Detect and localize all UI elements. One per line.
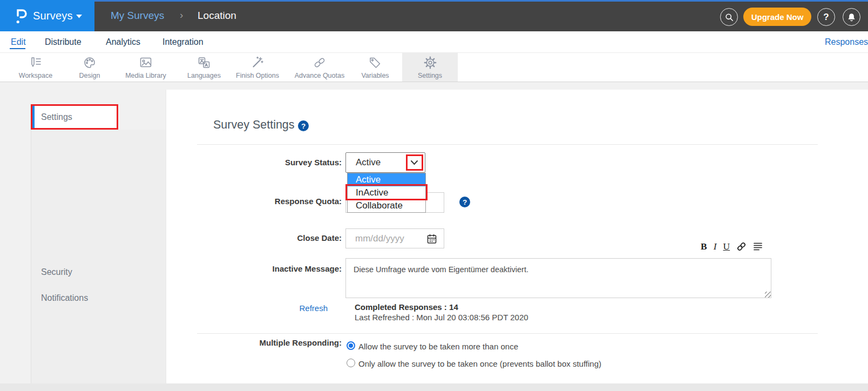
questionpro-settings-page: Surveys My Surveys › Location Upgrade No… xyxy=(0,0,868,391)
calendar-icon[interactable] xyxy=(426,233,437,245)
align-icon[interactable] xyxy=(753,241,763,251)
toolbar-item-label: Settings xyxy=(418,72,442,79)
refresh-link[interactable]: Refresh xyxy=(178,304,328,313)
active-tab-underline xyxy=(10,48,25,49)
multiple-responding-label: Multiple Responding: xyxy=(178,338,342,347)
toolbar-item-design[interactable]: Design xyxy=(63,53,117,82)
tab-analytics[interactable]: Analytics xyxy=(106,31,140,52)
italic-button[interactable]: I xyxy=(714,241,717,252)
search-button[interactable] xyxy=(720,8,738,26)
sidebar-item-label: Settings xyxy=(35,112,72,122)
tab-distribute[interactable]: Distribute xyxy=(45,31,82,52)
help-icon: ? xyxy=(823,12,829,23)
underline-button[interactable]: U xyxy=(723,241,730,252)
product-name: Surveys xyxy=(33,0,73,31)
toolbar-item-workspace[interactable]: Workspace xyxy=(9,53,63,82)
survey-status-label: Survey Status: xyxy=(178,158,342,167)
toolbar-item-label: Media Library xyxy=(125,72,166,79)
close-date-field xyxy=(345,228,444,248)
toolbar-item-finish-options[interactable]: Finish Options xyxy=(228,53,287,82)
top-header-bar: Surveys My Surveys › Location Upgrade No… xyxy=(0,0,868,31)
link-icon[interactable] xyxy=(736,241,747,252)
breadcrumb-separator: › xyxy=(180,0,183,30)
design-icon xyxy=(83,56,97,70)
toolbar-item-variables[interactable]: Variables xyxy=(348,53,402,82)
radio-selected-dot xyxy=(349,343,353,348)
text-editor-toolbar: B I U xyxy=(701,240,763,252)
dropdown-option-inactive[interactable]: InActive xyxy=(348,186,425,199)
chevron-down-icon xyxy=(76,15,82,18)
sidebar-item-notifications[interactable]: Notifications xyxy=(41,293,88,303)
breadcrumb-current-survey: Location xyxy=(198,0,236,31)
settings-icon xyxy=(423,56,437,70)
toolbar-item-label: Advance Quotas xyxy=(295,72,344,79)
radio-allow-multiple-label[interactable]: Allow the survey to be taken more than o… xyxy=(358,342,518,351)
breadcrumb-my-surveys[interactable]: My Surveys xyxy=(111,0,164,31)
product-menu[interactable]: Surveys xyxy=(0,0,94,31)
workspace-icon xyxy=(29,56,43,70)
divider xyxy=(197,333,818,334)
survey-status-value: Active xyxy=(356,153,381,172)
last-refreshed-text: Last Refreshed : Mon Jul 20 03:08:56 PDT… xyxy=(355,313,528,322)
response-quota-help-icon[interactable]: ? xyxy=(459,197,470,207)
sidebar-item-security[interactable]: Security xyxy=(41,267,72,277)
toolbar-item-settings[interactable]: Settings xyxy=(402,53,458,82)
survey-status-select[interactable]: Active xyxy=(345,152,425,173)
finish-options-icon xyxy=(250,56,265,70)
toolbar-item-media-library[interactable]: Media Library xyxy=(116,53,175,82)
help-button[interactable]: ? xyxy=(817,8,835,26)
response-quota-label: Response Quota: xyxy=(178,197,342,206)
radio-only-once[interactable] xyxy=(347,359,355,367)
divider xyxy=(197,144,818,145)
survey-status-dropdown: Active InActive Collaborate xyxy=(347,173,426,213)
dropdown-option-collaborate[interactable]: Collaborate xyxy=(348,199,425,212)
responses-link[interactable]: Responses xyxy=(825,31,868,52)
annotation-box-settings: Settings xyxy=(31,104,118,130)
bold-button[interactable]: B xyxy=(701,241,707,252)
inactive-message-label: Inactive Message: xyxy=(178,264,342,273)
questionpro-logo-icon xyxy=(15,6,28,25)
media-library-icon xyxy=(139,56,153,70)
bell-icon xyxy=(846,12,857,23)
toolbar-item-advance-quotas[interactable]: Advance Quotas xyxy=(287,53,352,82)
toolbar-item-languages[interactable]: Languages xyxy=(177,53,231,82)
settings-sidebar: Security Notifications xyxy=(31,130,166,383)
tab-integration[interactable]: Integration xyxy=(162,31,204,52)
survey-settings-help-icon[interactable]: ? xyxy=(298,120,309,131)
chevron-down-icon xyxy=(411,160,418,165)
variables-icon xyxy=(368,56,382,70)
search-icon xyxy=(724,12,735,23)
notifications-button[interactable] xyxy=(843,8,860,26)
upgrade-now-button[interactable]: Upgrade Now xyxy=(743,8,811,26)
page-title: Survey Settings xyxy=(213,118,295,132)
toolbar-item-label: Finish Options xyxy=(236,72,279,79)
toolbar-item-label: Languages xyxy=(187,72,221,79)
close-date-label: Close Date: xyxy=(178,233,342,242)
radio-allow-multiple[interactable] xyxy=(347,341,355,350)
languages-icon xyxy=(197,56,211,70)
advance-quotas-icon xyxy=(313,56,327,70)
dropdown-option-active[interactable]: Active xyxy=(348,173,425,186)
survey-nav-tabs: Edit Distribute Analytics Integration Re… xyxy=(0,31,868,52)
toolbar-item-label: Workspace xyxy=(19,72,52,79)
sidebar-item-settings[interactable]: Settings xyxy=(32,106,117,128)
tab-edit[interactable]: Edit xyxy=(11,31,26,52)
toolbar-item-label: Design xyxy=(79,72,100,79)
toolbar-item-label: Variables xyxy=(361,72,389,79)
textarea-resize-handle[interactable] xyxy=(765,292,771,298)
page-bottom-strip xyxy=(0,383,868,391)
completed-responses-text: Completed Responses : 14 xyxy=(355,302,458,312)
inactive-message-textarea[interactable]: Diese Umfrage wurde vom Eigentümer deakt… xyxy=(345,258,771,298)
edit-toolbar: Workspace Design Media Library Languages… xyxy=(0,52,868,82)
radio-only-once-label[interactable]: Only allow the survey to be taken once (… xyxy=(358,359,601,368)
